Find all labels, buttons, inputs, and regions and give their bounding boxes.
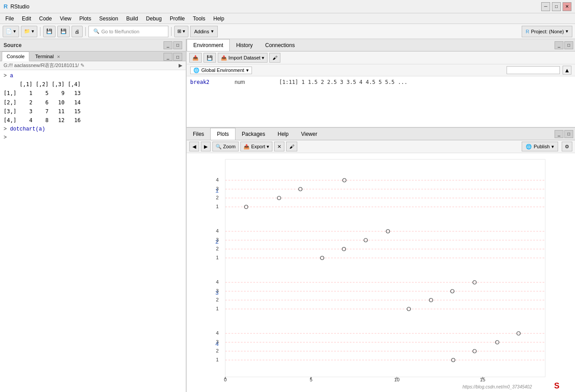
addins-label: Addins: [194, 29, 209, 34]
source-collapse-button[interactable]: _: [164, 41, 172, 49]
plots-tab-bar: Files Plots Packages Help Viewer _ □: [187, 128, 575, 140]
import-icon: 📤: [221, 55, 227, 61]
tab-console[interactable]: Console: [2, 51, 29, 61]
tab-history-label: History: [236, 42, 252, 48]
plots-forward-button[interactable]: ▶: [201, 142, 211, 151]
svg-text:3: 3: [216, 339, 219, 344]
app-title: RStudio: [10, 4, 29, 10]
svg-text:1: 1: [216, 357, 219, 362]
console-path-icon[interactable]: ✎: [80, 63, 84, 68]
menu-file[interactable]: File: [2, 15, 17, 23]
open-file-chevron: ▾: [32, 28, 34, 34]
console-prompt-7: >: [4, 126, 10, 132]
delete-plot-button[interactable]: ✕: [274, 142, 284, 151]
app-icon: R: [4, 3, 8, 10]
right-bottom-panel: Files Plots Packages Help Viewer _ □: [187, 128, 575, 392]
export-button[interactable]: 📤 Export ▾: [240, 142, 272, 151]
save-all-button[interactable]: 💾: [57, 26, 70, 37]
save-all-icon: 💾: [60, 28, 67, 34]
new-file-button[interactable]: 📄 ▾: [3, 26, 19, 37]
tab-environment[interactable]: Environment: [187, 39, 230, 51]
clear-env-button[interactable]: 🖌: [269, 53, 280, 63]
zoom-button[interactable]: 🔍 Zoom: [212, 142, 239, 151]
console-line-6: [4,] 4 8 12 16: [4, 116, 182, 125]
right-panel: Environment History Connections _ □ 📥: [187, 39, 575, 392]
console-area[interactable]: > a [,1] [,2] [,3] [,4] [1,] 1 5 9 13 [2…: [0, 70, 186, 392]
grid-button[interactable]: ⊞ ▾: [174, 26, 188, 37]
addins-chevron: ▾: [211, 28, 214, 34]
tab-connections-label: Connections: [265, 42, 295, 48]
grid-icon: ⊞: [177, 28, 181, 34]
close-button[interactable]: ✕: [563, 2, 571, 11]
plots-expand-button[interactable]: □: [564, 130, 573, 138]
new-file-icon: 📄: [6, 28, 12, 34]
minimize-button[interactable]: ─: [541, 2, 550, 11]
save-env-button[interactable]: 📥: [189, 53, 202, 63]
tab-viewer[interactable]: Viewer: [295, 128, 323, 140]
env-expand-button[interactable]: □: [564, 41, 573, 49]
title-bar: R RStudio ─ □ ✕: [0, 0, 575, 13]
plots-tab-controls: _ □: [555, 130, 575, 138]
menu-build[interactable]: Build: [123, 15, 142, 23]
env-var-type: num: [235, 79, 270, 85]
tab-terminal-label: Terminal: [35, 54, 54, 59]
open-file-button[interactable]: 📁 ▾: [21, 26, 37, 37]
addins-button[interactable]: Addins ▾: [190, 26, 218, 37]
save-button[interactable]: 💾: [43, 26, 56, 37]
tab-viewer-label: Viewer: [301, 131, 317, 137]
svg-text:1: 1: [216, 306, 219, 311]
menu-view[interactable]: View: [56, 15, 75, 23]
console-path-bar: G:/!! aaclassnew/R语言/20181011/ ✎ ▶: [0, 61, 186, 70]
new-file-chevron: ▾: [13, 28, 16, 34]
project-button[interactable]: R Project: (None) ▾: [522, 26, 572, 37]
global-env-icon: 🌐: [193, 67, 200, 73]
import-dataset-button[interactable]: 📤 Import Dataset ▾: [218, 53, 268, 63]
publish-button[interactable]: 🌐 Publish ▾: [522, 142, 558, 151]
menu-tools[interactable]: Tools: [189, 15, 209, 23]
menu-plots[interactable]: Plots: [76, 15, 95, 23]
global-env-chevron: ▾: [246, 67, 249, 73]
console-out-2: [,1] [,2] [,3] [,4]: [4, 81, 80, 87]
tab-packages[interactable]: Packages: [236, 128, 272, 140]
plots-settings-button[interactable]: ⚙: [562, 142, 572, 151]
menu-session[interactable]: Session: [96, 15, 122, 23]
console-out-6: [4,] 4 8 12 16: [4, 117, 80, 123]
console-line-7: > dotchart(a): [4, 125, 182, 134]
source-expand-button[interactable]: □: [173, 41, 182, 49]
print-button[interactable]: 🖨: [72, 26, 83, 37]
tab-connections[interactable]: Connections: [259, 40, 301, 51]
tab-help[interactable]: Help: [272, 128, 295, 140]
tab-history[interactable]: History: [230, 40, 259, 51]
global-env-dropdown[interactable]: 🌐 Global Environment ▾: [190, 67, 252, 74]
menu-edit[interactable]: Edit: [18, 15, 35, 23]
save-icon: 💾: [46, 28, 52, 34]
source-panel-buttons: _ □: [164, 41, 182, 49]
console-collapse-button[interactable]: _: [164, 53, 172, 61]
maximize-button[interactable]: □: [552, 2, 561, 11]
env-scroll-up[interactable]: ▲: [563, 66, 571, 75]
env-search-input[interactable]: [507, 66, 560, 74]
svg-text:3: 3: [216, 288, 219, 293]
tab-plots[interactable]: Plots: [210, 128, 236, 140]
menu-profile[interactable]: Profile: [166, 15, 188, 23]
env-tab-controls: _ □: [555, 41, 575, 49]
env-collapse-button[interactable]: _: [555, 41, 563, 49]
project-icon: R: [526, 29, 529, 34]
brush-button[interactable]: 🖌: [286, 142, 297, 151]
menu-debug[interactable]: Debug: [143, 15, 165, 23]
goto-file-function-button[interactable]: 🔍 Go to file/function: [88, 26, 168, 37]
plots-collapse-button[interactable]: _: [555, 130, 563, 138]
plots-back-button[interactable]: ◀: [189, 142, 199, 151]
tab-terminal[interactable]: Terminal ✕: [30, 51, 65, 61]
tab-files[interactable]: Files: [187, 128, 210, 140]
load-env-button[interactable]: 💾: [204, 53, 216, 63]
svg-text:https://blog.csdn.net/m0_37345: https://blog.csdn.net/m0_37345402: [463, 384, 532, 389]
svg-text:2: 2: [216, 297, 219, 302]
brush-icon: 🖌: [289, 144, 294, 149]
console-cmd-7: dotchart(a): [10, 126, 45, 132]
tab-terminal-close[interactable]: ✕: [57, 55, 60, 59]
menu-code[interactable]: Code: [36, 15, 56, 23]
console-prompt-1: >: [4, 73, 10, 79]
console-expand-button[interactable]: □: [173, 53, 182, 61]
menu-help[interactable]: Help: [210, 15, 228, 23]
